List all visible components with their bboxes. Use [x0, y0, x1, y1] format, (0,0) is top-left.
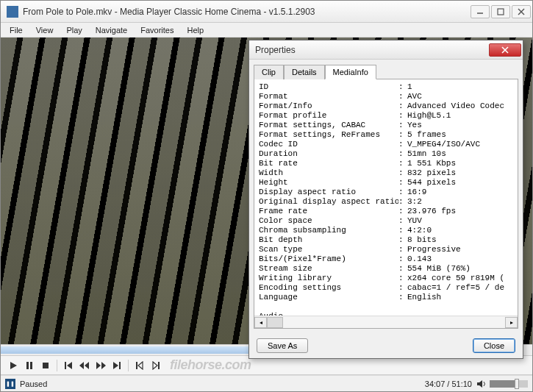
- prev-button[interactable]: [60, 358, 76, 373]
- menu-view[interactable]: View: [30, 24, 60, 36]
- mediainfo-row: Display aspect ratio: 16:9: [259, 188, 513, 197]
- mediainfo-value: Advanced Video Codec: [407, 101, 513, 111]
- mediainfo-key: Format profile: [259, 111, 398, 121]
- status-text: Paused: [20, 379, 425, 388]
- mediainfo-row: Format settings, CABAC: Yes: [259, 121, 513, 130]
- mediainfo-row: Frame rate: 23.976 fps: [259, 207, 513, 216]
- mediainfo-key: Codec ID: [259, 140, 398, 149]
- mediainfo-key: Width: [259, 168, 398, 178]
- svg-marker-9: [67, 362, 72, 369]
- mediainfo-value: 554 MiB (76%): [407, 264, 513, 274]
- play-button[interactable]: [5, 358, 21, 373]
- menu-file[interactable]: File: [4, 24, 29, 36]
- window-controls: [471, 5, 531, 18]
- mediainfo-key: Scan type: [259, 245, 398, 254]
- mediainfo-value: Progressive: [407, 245, 513, 254]
- mediainfo-key: Stream size: [259, 264, 398, 274]
- svg-marker-4: [10, 362, 17, 369]
- mediainfo-key: Writing library: [259, 274, 398, 283]
- mediainfo-row: Format profile: High@L5.1: [259, 111, 513, 121]
- mediainfo-key: Format/Info: [259, 101, 398, 111]
- mediainfo-panel: ID: 1Format: AVCFormat/Info: Advanced Vi…: [254, 79, 518, 329]
- mediainfo-key: Duration: [259, 149, 398, 159]
- mediainfo-row: Duration: 51mn 10s: [259, 149, 513, 159]
- mediainfo-key: Chroma subsampling: [259, 226, 398, 235]
- pause-button[interactable]: [21, 358, 37, 373]
- step-fwd-button[interactable]: [148, 358, 164, 373]
- menubar: File View Play Navigate Favorites Help: [1, 23, 532, 38]
- mediainfo-value: English: [407, 293, 513, 302]
- scroll-thumb[interactable]: [267, 317, 283, 328]
- mediainfo-value: YUV: [407, 216, 513, 226]
- volume-slider[interactable]: [490, 380, 528, 388]
- tab-clip[interactable]: Clip: [254, 65, 284, 79]
- mediainfo-key: Bits/(Pixel*Frame): [259, 254, 398, 264]
- svg-marker-17: [138, 362, 143, 369]
- mediainfo-value: 0.143: [407, 254, 513, 264]
- svg-marker-14: [113, 362, 118, 369]
- mediainfo-row: Scan type: Progressive: [259, 245, 513, 254]
- mediainfo-row: Format settings, ReFrames: 5 frames: [259, 130, 513, 140]
- mediainfo-value: High@L5.1: [407, 111, 513, 121]
- scroll-left-button[interactable]: ◂: [254, 317, 267, 328]
- watermark: filehorse.com: [170, 357, 251, 373]
- mediainfo-value: 16:9: [407, 188, 513, 197]
- svg-marker-12: [96, 362, 101, 369]
- mediainfo-value: x264 core 59 r819M (: [407, 274, 513, 283]
- next-button[interactable]: [109, 358, 125, 373]
- volume-icon[interactable]: [476, 379, 487, 389]
- mediainfo-key: Format settings, ReFrames: [259, 130, 398, 140]
- tab-mediainfo[interactable]: MediaInfo: [325, 65, 376, 79]
- svg-rect-6: [30, 362, 32, 369]
- app-icon: [7, 6, 18, 18]
- dialog-close-button[interactable]: [489, 43, 521, 57]
- mediainfo-row: ID: 1: [259, 82, 513, 92]
- titlebar: From Pole to Pole.mkv - Media Player Cla…: [1, 1, 532, 23]
- svg-marker-13: [101, 362, 106, 369]
- menu-play[interactable]: Play: [60, 24, 87, 36]
- menu-navigate[interactable]: Navigate: [90, 24, 133, 36]
- scroll-right-button[interactable]: ▸: [505, 317, 518, 328]
- mediainfo-row: Height: 544 pixels: [259, 178, 513, 188]
- close-button[interactable]: [512, 5, 531, 18]
- forward-button[interactable]: [93, 358, 109, 373]
- mediainfo-row: Stream size: 554 MiB (76%): [259, 264, 513, 274]
- mediainfo-value: 3:2: [407, 197, 513, 207]
- minimize-button[interactable]: [471, 5, 490, 18]
- mediainfo-row: Chroma subsampling: 4:2:0: [259, 226, 513, 235]
- mediainfo-key: Format settings, CABAC: [259, 121, 398, 130]
- svg-rect-5: [26, 362, 29, 369]
- scroll-track[interactable]: [267, 317, 505, 328]
- menu-help[interactable]: Help: [181, 24, 210, 36]
- close-button-dialog[interactable]: Close: [473, 338, 515, 353]
- dialog-titlebar[interactable]: Properties: [249, 40, 523, 60]
- mediainfo-value: 8 bits: [407, 235, 513, 245]
- mediainfo-value: 1: [407, 82, 513, 92]
- mediainfo-row: Language: English: [259, 293, 513, 302]
- mediainfo-list[interactable]: ID: 1Format: AVCFormat/Info: Advanced Vi…: [254, 79, 518, 316]
- horizontal-scrollbar[interactable]: ◂ ▸: [254, 316, 518, 328]
- svg-rect-1: [498, 9, 504, 15]
- maximize-button[interactable]: [491, 5, 510, 18]
- status-time: 34:07 / 51:10: [425, 379, 472, 388]
- mediainfo-key: Display aspect ratio: [259, 188, 398, 197]
- svg-rect-19: [158, 362, 160, 369]
- stop-button[interactable]: [37, 358, 54, 373]
- mediainfo-row: Encoding settings: cabac=1 / ref=5 / de: [259, 283, 513, 293]
- mediainfo-row: Bit rate: 1 551 Kbps: [259, 159, 513, 168]
- save-as-button[interactable]: Save As: [257, 338, 308, 353]
- menu-favorites[interactable]: Favorites: [135, 24, 179, 36]
- svg-rect-15: [119, 362, 121, 369]
- status-icon: ❚❚: [5, 379, 15, 389]
- mediainfo-value: 832 pixels: [407, 168, 513, 178]
- step-back-button[interactable]: [132, 358, 148, 373]
- tab-details[interactable]: Details: [284, 65, 325, 79]
- mediainfo-row: Original display aspect ratio: 3:2: [259, 197, 513, 207]
- mediainfo-value: cabac=1 / ref=5 / de: [407, 283, 513, 293]
- separator: [57, 360, 57, 371]
- mediainfo-key: Encoding settings: [259, 283, 398, 293]
- volume-thumb[interactable]: [515, 379, 519, 389]
- mediainfo-value: 5 frames: [407, 130, 513, 140]
- rewind-button[interactable]: [76, 358, 93, 373]
- mediainfo-key: ID: [259, 82, 398, 92]
